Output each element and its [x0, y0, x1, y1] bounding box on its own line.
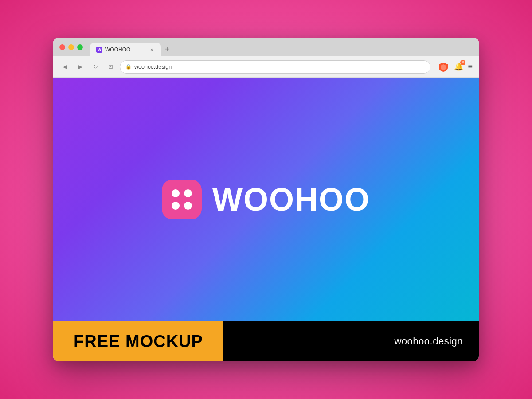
- footer-right-banner: woohoo.design: [223, 321, 479, 361]
- logo-text: WOOHOO: [212, 181, 370, 218]
- url-text: woohoo.design: [134, 64, 172, 70]
- back-button[interactable]: ◀: [59, 61, 71, 73]
- menu-button[interactable]: ≡: [468, 62, 473, 71]
- browser-chrome: WOOHOO × + ◀ ▶ ↻ ⊡ 🔒 woohoo.design: [53, 38, 479, 78]
- tab-bar: WOOHOO × +: [90, 38, 473, 56]
- toolbar-actions: 🔔 6 ≡: [438, 61, 473, 73]
- browser-footer: FREE MOCKUP woohoo.design: [53, 321, 479, 361]
- tab-title: WOOHOO: [105, 47, 130, 53]
- tab-close-button[interactable]: ×: [149, 47, 155, 53]
- browser-window: WOOHOO × + ◀ ▶ ↻ ⊡ 🔒 woohoo.design: [53, 38, 479, 361]
- dot-2: [184, 189, 192, 197]
- active-tab[interactable]: WOOHOO ×: [90, 43, 161, 56]
- woohoo-logo-icon: [162, 180, 202, 219]
- brave-shield-icon: [438, 62, 448, 72]
- address-bar[interactable]: 🔒 woohoo.design: [120, 60, 430, 74]
- traffic-lights: [59, 44, 83, 50]
- reader-button[interactable]: ⊡: [105, 61, 116, 73]
- free-mockup-label: FREE MOCKUP: [74, 332, 203, 351]
- tab-favicon-icon: [96, 47, 102, 53]
- notification-button[interactable]: 🔔 6: [453, 61, 464, 73]
- reload-button[interactable]: ↻: [90, 61, 101, 73]
- dot-3: [172, 202, 180, 210]
- dot-4: [184, 202, 192, 210]
- forward-button[interactable]: ▶: [74, 61, 86, 73]
- dot-1: [172, 189, 180, 197]
- website-url-label: woohoo.design: [394, 336, 463, 347]
- browser-titlebar: WOOHOO × +: [53, 38, 479, 56]
- browser-toolbar: ◀ ▶ ↻ ⊡ 🔒 woohoo.design 🔔 6: [53, 56, 479, 78]
- minimize-button[interactable]: [68, 44, 74, 50]
- lock-icon: 🔒: [125, 64, 132, 70]
- close-button[interactable]: [59, 44, 65, 50]
- notification-badge: 6: [460, 60, 466, 65]
- logo-container: WOOHOO: [162, 180, 370, 219]
- dots-grid: [164, 181, 200, 218]
- browser-content: WOOHOO: [53, 78, 479, 321]
- new-tab-button[interactable]: +: [161, 43, 173, 55]
- footer-left-banner: FREE MOCKUP: [53, 321, 223, 361]
- maximize-button[interactable]: [77, 44, 83, 50]
- brave-shield-button[interactable]: [438, 61, 449, 73]
